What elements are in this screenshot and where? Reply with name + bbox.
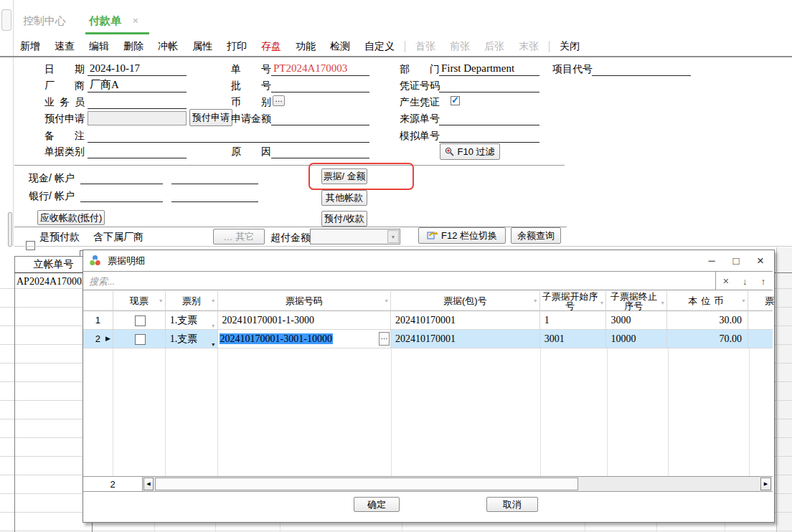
- f10-filter-button[interactable]: F10 过滤: [440, 143, 500, 160]
- tab-control-center[interactable]: 控制中心: [23, 14, 66, 28]
- toolbar-print-button[interactable]: 打印: [220, 40, 254, 53]
- toolbar-property-button[interactable]: 属性: [185, 40, 220, 53]
- salesman-field[interactable]: [88, 95, 187, 109]
- filter-arrow-icon[interactable]: ▼: [159, 298, 164, 303]
- prepay-request-field[interactable]: [88, 111, 187, 125]
- bill-type-cell[interactable]: 1.支票 ▼: [166, 311, 218, 330]
- filter-arrow-icon[interactable]: ▼: [741, 298, 746, 303]
- table-row[interactable]: 1 1.支票 ▼ 202410170001-1-3000 20241017000…: [83, 311, 773, 330]
- ledger-table-header[interactable]: 立帐单号: [14, 256, 93, 273]
- package-no-cell[interactable]: 202410170001: [391, 330, 540, 348]
- table-row-selected[interactable]: 2 ▶ 1.支票 ▼ 202410170001-3001-10000 … 202…: [83, 330, 773, 348]
- tab-payment[interactable]: 付款单: [89, 14, 121, 28]
- bank-account-field-2[interactable]: [171, 188, 258, 202]
- left-collapse-handle[interactable]: [1, 9, 11, 31]
- scroll-left-button[interactable]: ◀: [143, 478, 154, 490]
- search-prev-icon[interactable]: ↑: [761, 276, 766, 287]
- doc-type-field[interactable]: [88, 144, 187, 158]
- chevron-down-icon[interactable]: ▼: [211, 336, 216, 348]
- mock-no-field[interactable]: [439, 128, 539, 143]
- prepay-receipt-button[interactable]: 预付/收款: [321, 211, 367, 227]
- cash-ticket-checkbox[interactable]: [135, 315, 146, 326]
- toolbar-prev-button[interactable]: 前张: [443, 40, 477, 53]
- filter-arrow-icon[interactable]: ▼: [533, 298, 538, 303]
- date-field[interactable]: 2024-10-17: [88, 62, 187, 76]
- voucher-no-field[interactable]: [439, 78, 539, 92]
- f12-column-switch-button[interactable]: F12 栏位切换: [418, 227, 506, 244]
- grid-header-sub-start[interactable]: 子票据开始序号 ▼: [540, 291, 607, 311]
- ar-offset-button[interactable]: 应收帐款(抵付): [37, 210, 105, 225]
- maximize-button[interactable]: □: [724, 252, 748, 270]
- left-mini-scrollbar[interactable]: [8, 212, 12, 247]
- cancel-button[interactable]: 取消: [486, 497, 538, 512]
- grid-header-base-currency[interactable]: 本位币 ▼: [667, 291, 748, 311]
- remark-field[interactable]: [88, 128, 369, 143]
- toolbar-quick-button[interactable]: 速查: [47, 40, 82, 53]
- sub-start-cell[interactable]: 1: [540, 311, 607, 330]
- bill-no-cell[interactable]: 202410170001-1-3000: [218, 311, 391, 330]
- grid-header-package-no[interactable]: 票据(包)号 ▼: [391, 291, 540, 311]
- grid-header-cash[interactable]: 现票 ▼: [113, 291, 166, 311]
- toolbar-writeoff-button[interactable]: 冲帐: [151, 40, 185, 53]
- grid-header-clipped[interactable]: 票: [748, 291, 773, 311]
- tab-close-icon[interactable]: ×: [133, 15, 138, 26]
- sub-end-cell[interactable]: 3000: [606, 311, 667, 330]
- search-input[interactable]: 搜索...: [89, 275, 115, 288]
- cell-lookup-button[interactable]: …: [379, 332, 390, 346]
- grid-header-bill-no[interactable]: 票据号码 ▼: [218, 291, 391, 311]
- toolbar-first-button[interactable]: 首张: [408, 40, 443, 53]
- dialog-titlebar[interactable]: 票据明细 ─ □ ×: [83, 250, 773, 271]
- minimize-button[interactable]: ─: [699, 252, 724, 270]
- sub-end-cell[interactable]: 10000: [606, 330, 667, 348]
- reason-field[interactable]: [271, 144, 369, 158]
- bill-type-cell[interactable]: 1.支票 ▼: [166, 330, 218, 348]
- currency-lookup-button[interactable]: …: [273, 95, 285, 106]
- overpay-combobox[interactable]: ▼: [310, 229, 400, 244]
- toolbar-next-button[interactable]: 后张: [477, 40, 512, 53]
- project-code-field[interactable]: [592, 62, 691, 76]
- filter-arrow-icon[interactable]: ▼: [384, 298, 389, 303]
- cash-account-field-2[interactable]: [171, 170, 258, 184]
- horizontal-scrollbar-thumb[interactable]: [155, 478, 578, 490]
- combo-arrow-button[interactable]: ▼: [387, 230, 399, 243]
- ledger-row-value[interactable]: AP2024A170003: [16, 276, 87, 288]
- toolbar-close-button[interactable]: 关闭: [552, 40, 587, 53]
- sub-start-cell[interactable]: 3001: [540, 330, 607, 348]
- toolbar-check-button[interactable]: 检测: [323, 40, 357, 53]
- bill-no-cell-editing[interactable]: 202410170001-3001-10000 …: [218, 330, 391, 348]
- batch-no-field[interactable]: [271, 78, 369, 92]
- filter-arrow-icon[interactable]: ▼: [211, 298, 216, 303]
- toolbar-delete-button[interactable]: 删除: [116, 40, 151, 53]
- toolbar-last-button[interactable]: 末张: [512, 40, 546, 53]
- ok-button[interactable]: 确定: [354, 497, 400, 512]
- request-amount-field[interactable]: [271, 111, 369, 125]
- search-clear-icon[interactable]: ×: [723, 275, 729, 287]
- other-accounts-button[interactable]: 其他帐款: [321, 190, 367, 206]
- package-no-cell[interactable]: 202410170001: [391, 311, 540, 330]
- bank-account-field-1[interactable]: [80, 188, 163, 202]
- chevron-down-icon[interactable]: ▼: [211, 318, 216, 330]
- search-next-icon[interactable]: ↓: [742, 276, 748, 287]
- close-button[interactable]: ×: [748, 252, 773, 270]
- scroll-right-button[interactable]: ▶: [760, 478, 771, 490]
- filter-arrow-icon[interactable]: ▼: [660, 298, 665, 308]
- filter-arrow-icon[interactable]: ▼: [599, 298, 604, 308]
- department-field[interactable]: First Department: [439, 62, 539, 76]
- search-bar[interactable]: 搜索... × ↓ ↑: [83, 271, 773, 290]
- cash-ticket-cell[interactable]: [113, 330, 166, 348]
- other-options-button[interactable]: … 其它: [213, 229, 265, 244]
- vendor-field[interactable]: 厂商A: [88, 78, 187, 92]
- doc-no-field[interactable]: PT2024A170003: [271, 62, 369, 76]
- toolbar-edit-button[interactable]: 编辑: [82, 40, 116, 53]
- toolbar-function-button[interactable]: 功能: [288, 40, 323, 53]
- grid-header-type[interactable]: 票别 ▼: [166, 291, 218, 311]
- base-amount-cell[interactable]: 70.00: [667, 330, 748, 348]
- toolbar-save-button[interactable]: 存盘: [254, 40, 288, 53]
- grid-header-sub-end[interactable]: 子票据终止序号 ▼: [606, 291, 667, 311]
- toolbar-custom-button[interactable]: 自定义: [357, 40, 402, 53]
- source-no-field[interactable]: [439, 111, 539, 125]
- toolbar-new-button[interactable]: 新增: [13, 40, 47, 53]
- cash-ticket-cell[interactable]: [113, 311, 166, 330]
- cash-account-field-1[interactable]: [80, 170, 163, 184]
- base-amount-cell[interactable]: 30.00: [667, 311, 748, 330]
